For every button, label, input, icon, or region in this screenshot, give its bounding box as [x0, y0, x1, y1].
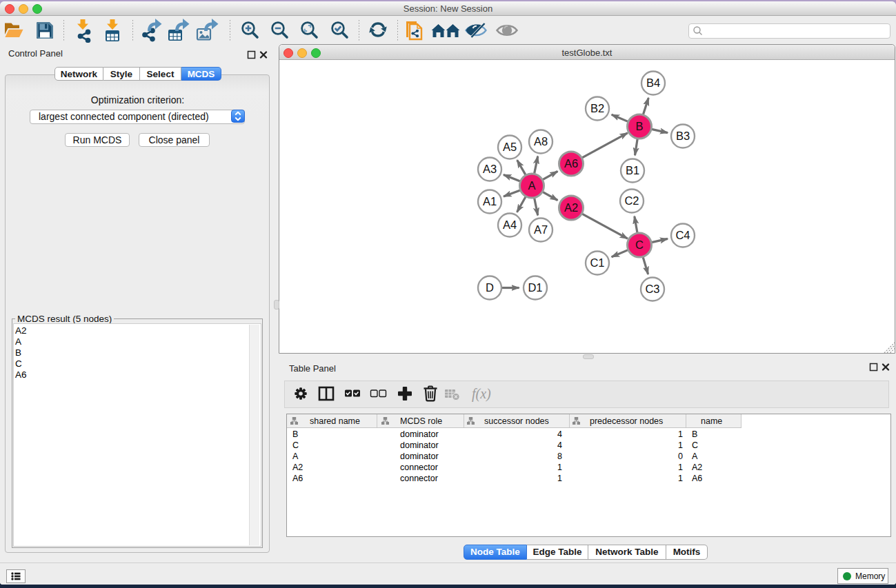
svg-text:A7: A7: [534, 223, 548, 236]
svg-text:A: A: [692, 452, 698, 461]
svg-text:C: C: [292, 440, 299, 450]
svg-text:name: name: [701, 416, 722, 426]
svg-text:connector: connector: [400, 463, 438, 472]
svg-text:A3: A3: [483, 163, 497, 175]
svg-text:B1: B1: [626, 164, 639, 176]
svg-text:0: 0: [678, 452, 683, 461]
svg-text:A2: A2: [292, 463, 303, 472]
svg-text:1: 1: [557, 474, 562, 483]
svg-text:8: 8: [557, 452, 562, 461]
svg-text:B: B: [635, 120, 643, 132]
svg-text:A: A: [528, 179, 535, 192]
svg-text:4: 4: [557, 429, 562, 439]
svg-text:A2: A2: [692, 463, 702, 472]
svg-text:1: 1: [557, 463, 562, 472]
svg-text:A6: A6: [692, 474, 702, 483]
svg-text:C4: C4: [675, 229, 690, 241]
svg-text:successor nodes: successor nodes: [484, 416, 549, 426]
svg-text:B2: B2: [590, 102, 604, 114]
svg-text:MCDS role: MCDS role: [400, 416, 442, 426]
svg-text:A6: A6: [292, 474, 303, 483]
svg-text:1: 1: [678, 429, 683, 439]
svg-text:C: C: [692, 440, 698, 450]
svg-text:C2: C2: [624, 194, 639, 207]
svg-text:A1: A1: [483, 195, 497, 207]
svg-text:A4: A4: [503, 219, 517, 231]
svg-text:1: 1: [678, 474, 683, 483]
svg-text:dominator: dominator: [400, 440, 439, 450]
svg-text:1: 1: [678, 440, 683, 450]
svg-text:predecessor nodes: predecessor nodes: [590, 416, 663, 426]
svg-text:D1: D1: [528, 281, 542, 294]
svg-text:B4: B4: [646, 77, 660, 89]
svg-text:A2: A2: [564, 201, 578, 214]
svg-text:A8: A8: [534, 135, 548, 148]
svg-text:B: B: [292, 429, 298, 439]
svg-text:A5: A5: [503, 141, 517, 153]
svg-text:C3: C3: [645, 283, 659, 295]
svg-text:4: 4: [557, 440, 562, 450]
svg-text:connector: connector: [400, 474, 438, 483]
svg-text:C: C: [635, 239, 644, 251]
svg-text:C1: C1: [590, 256, 604, 269]
svg-text:A6: A6: [564, 157, 578, 170]
svg-text:A: A: [292, 452, 299, 461]
svg-text:D: D: [486, 281, 494, 294]
svg-text:dominator: dominator: [400, 452, 439, 461]
svg-text:1: 1: [678, 463, 683, 472]
svg-text:f(x): f(x): [472, 386, 491, 402]
svg-text:B3: B3: [676, 130, 690, 142]
svg-text:B: B: [692, 429, 697, 439]
svg-text:shared name: shared name: [310, 416, 360, 426]
svg-text:dominator: dominator: [400, 429, 439, 439]
